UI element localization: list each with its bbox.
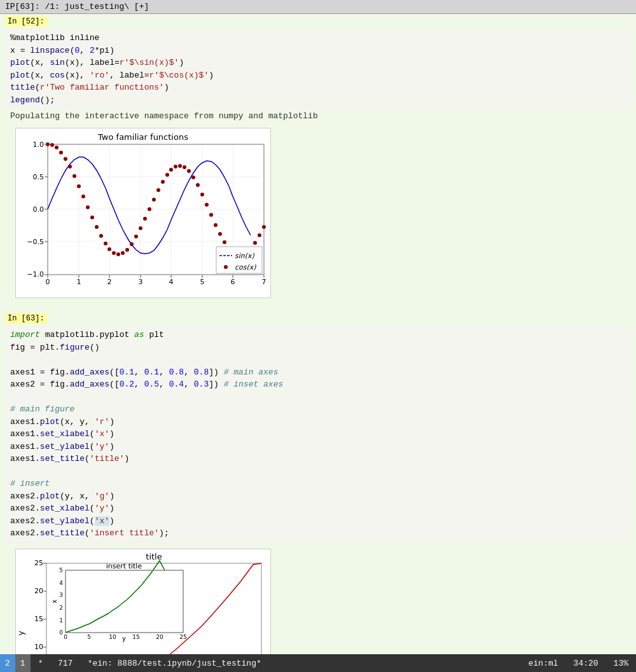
svg-point-47 xyxy=(183,165,186,169)
svg-text:0.0: 0.0 xyxy=(33,205,45,214)
svg-text:5: 5 xyxy=(59,567,63,573)
svg-point-31 xyxy=(112,251,116,255)
svg-text:7: 7 xyxy=(262,278,266,286)
svg-point-25 xyxy=(86,205,90,209)
status-bar: 2 1 * 717 *ein: 8888/test.ipynb/just_tes… xyxy=(0,654,636,672)
svg-text:y: y xyxy=(17,631,25,635)
svg-text:0: 0 xyxy=(64,634,67,640)
svg-text:25: 25 xyxy=(179,634,186,640)
output-text: Populating the interactive namespace fro… xyxy=(10,110,626,123)
svg-point-44 xyxy=(169,168,173,172)
svg-point-64 xyxy=(258,233,261,237)
status-filepath: *ein: 8888/test.ipynb/just_testing* xyxy=(88,659,261,668)
svg-point-34 xyxy=(125,248,129,252)
cell-52-label[interactable]: In [52]: xyxy=(5,17,47,27)
svg-text:0: 0 xyxy=(59,629,63,636)
plot1-container: Two familiar functions xyxy=(15,128,271,299)
svg-point-36 xyxy=(134,235,138,238)
svg-point-21 xyxy=(68,165,72,168)
svg-text:insert title: insert title xyxy=(106,562,142,570)
svg-text:−0.5: −0.5 xyxy=(27,238,44,246)
svg-text:1: 1 xyxy=(59,617,63,624)
svg-text:x: x xyxy=(51,599,58,603)
cell-63-code[interactable]: import matplotlib.pyplot as plt fig = pl… xyxy=(5,326,631,542)
svg-point-22 xyxy=(73,174,76,178)
notebook[interactable]: In [52]: %matplotlib inline x = linspace… xyxy=(0,14,636,654)
svg-point-45 xyxy=(174,165,177,168)
cell-52: In [52]: %matplotlib inline x = linspace… xyxy=(0,14,636,311)
cell-52-code[interactable]: %matplotlib inline x = linspace(0, 2*pi)… xyxy=(5,29,631,109)
svg-point-56 xyxy=(223,240,226,244)
title-bar: IP[63]: /1: just_testing\ [+] xyxy=(0,0,636,14)
svg-text:y: y xyxy=(122,635,126,642)
status-position: 34:20 xyxy=(566,659,606,668)
svg-text:2: 2 xyxy=(59,605,63,611)
svg-point-18 xyxy=(55,146,59,149)
svg-point-32 xyxy=(116,252,120,256)
svg-point-39 xyxy=(148,207,151,211)
svg-point-69 xyxy=(224,265,228,269)
cell-63: In [63]: import matplotlib.pyplot as plt… xyxy=(0,311,636,654)
plot2-container: title y x 0 5 10 15 20 25 xyxy=(15,549,271,655)
svg-text:6: 6 xyxy=(231,278,235,286)
svg-point-27 xyxy=(95,225,99,229)
svg-text:20: 20 xyxy=(34,587,43,595)
svg-point-51 xyxy=(200,193,204,196)
status-file: * 717 *ein: 8888/test.ipynb/just_testing… xyxy=(31,659,521,668)
svg-text:0: 0 xyxy=(46,278,50,286)
svg-point-23 xyxy=(77,184,81,188)
svg-text:cos(x): cos(x) xyxy=(235,263,256,271)
cell-63-label[interactable]: In [63]: xyxy=(5,313,47,324)
svg-point-40 xyxy=(152,198,156,202)
svg-point-17 xyxy=(50,143,54,147)
cell-52-output: Populating the interactive namespace fro… xyxy=(5,109,631,308)
svg-text:title: title xyxy=(146,552,162,561)
svg-point-38 xyxy=(143,217,147,221)
svg-point-24 xyxy=(81,195,85,198)
svg-text:1.0: 1.0 xyxy=(33,141,45,149)
cell-63-output: title y x 0 5 10 15 20 25 xyxy=(5,542,631,655)
status-num2: 1 xyxy=(15,654,31,672)
plot1-svg: Two familiar functions xyxy=(16,128,270,294)
svg-text:0.5: 0.5 xyxy=(33,173,45,181)
svg-point-46 xyxy=(178,164,182,168)
svg-text:15: 15 xyxy=(34,615,43,623)
svg-text:3: 3 xyxy=(59,592,63,598)
status-percent: 13% xyxy=(606,659,636,668)
svg-text:−1.0: −1.0 xyxy=(27,270,44,278)
svg-point-65 xyxy=(262,225,266,229)
svg-point-49 xyxy=(191,175,195,179)
status-num1: 2 xyxy=(0,654,15,672)
svg-point-43 xyxy=(165,173,169,177)
svg-text:Two familiar functions: Two familiar functions xyxy=(97,132,188,142)
svg-point-35 xyxy=(130,242,134,246)
svg-point-52 xyxy=(205,203,209,207)
svg-point-55 xyxy=(218,232,222,236)
status-mode: ein:ml xyxy=(521,659,566,668)
svg-text:15: 15 xyxy=(132,634,139,640)
svg-text:10: 10 xyxy=(34,643,43,651)
svg-text:5: 5 xyxy=(87,634,91,640)
svg-text:20: 20 xyxy=(156,634,163,640)
svg-point-29 xyxy=(104,242,107,245)
svg-text:sin(x): sin(x) xyxy=(235,252,255,260)
svg-point-41 xyxy=(156,188,160,192)
svg-point-63 xyxy=(253,241,257,245)
svg-text:10: 10 xyxy=(109,634,116,640)
svg-point-50 xyxy=(196,183,200,187)
svg-text:25: 25 xyxy=(34,559,43,567)
svg-point-28 xyxy=(99,234,103,238)
svg-point-54 xyxy=(214,223,218,227)
svg-point-20 xyxy=(64,157,67,161)
svg-text:5: 5 xyxy=(200,278,205,286)
svg-text:2: 2 xyxy=(107,278,112,286)
svg-point-37 xyxy=(139,226,142,230)
svg-point-26 xyxy=(90,216,94,219)
svg-text:3: 3 xyxy=(139,278,143,286)
status-indicator: * xyxy=(38,659,43,668)
svg-point-30 xyxy=(107,247,111,251)
svg-point-53 xyxy=(209,213,213,217)
svg-text:1: 1 xyxy=(77,278,81,286)
plot2-svg: title y x 0 5 10 15 20 25 xyxy=(16,549,270,655)
svg-point-48 xyxy=(187,169,191,173)
